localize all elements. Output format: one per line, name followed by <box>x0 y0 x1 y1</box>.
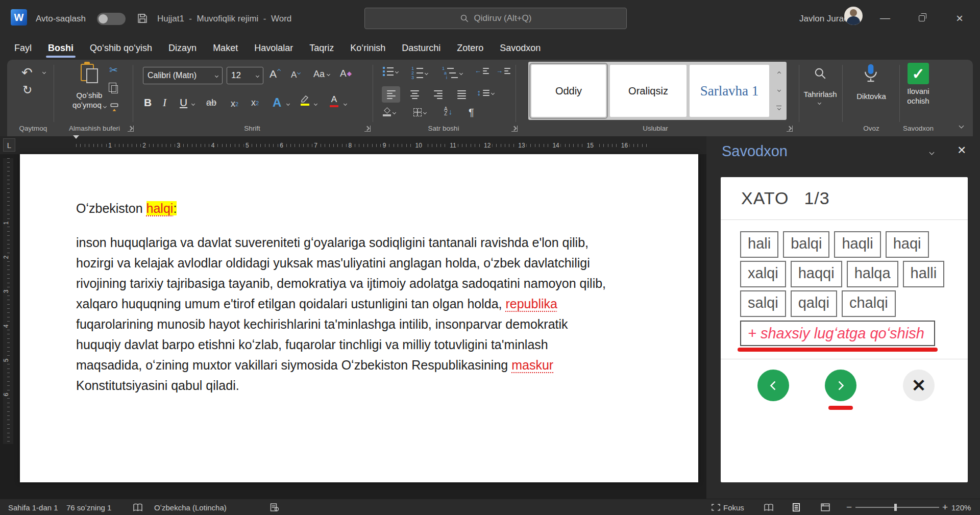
misspelled-word[interactable]: halqi <box>146 201 174 215</box>
increase-indent-button[interactable]: → <box>496 67 510 75</box>
save-icon[interactable] <box>137 13 148 24</box>
editing-label[interactable]: Tahrirlash <box>799 89 841 99</box>
tab-savodxon[interactable]: Savodxon <box>492 36 549 60</box>
numbering-button[interactable]: 123 <box>411 67 428 79</box>
close-button[interactable]: × <box>942 0 977 36</box>
gallery-more-icon[interactable] <box>776 106 781 110</box>
autosave-toggle[interactable] <box>97 13 126 25</box>
add-to-dictionary-button[interactable]: + shaxsiy lugʻatga qoʻshish <box>740 321 935 346</box>
misspelled-word[interactable]: : <box>173 201 177 215</box>
text-effects-button[interactable]: A <box>273 95 281 110</box>
multilevel-list-button[interactable]: 1ai <box>442 67 462 79</box>
next-error-button[interactable] <box>825 370 856 401</box>
minimize-button[interactable]: — <box>868 0 902 36</box>
open-app-button[interactable]: ✓ <box>908 63 929 84</box>
subscript-button[interactable]: x2 <box>231 99 238 109</box>
suggestion-chip-haqli[interactable]: haqli <box>834 231 880 258</box>
line-spacing-button[interactable]: ↕ <box>477 88 494 97</box>
font-size-select[interactable]: 12 <box>227 67 263 84</box>
document-page[interactable]: Oʻzbekiston halqi:inson huquqlariga va d… <box>20 154 698 482</box>
shading-button[interactable] <box>383 108 396 117</box>
tab-ko-rinish[interactable]: Koʻrinish <box>342 36 394 60</box>
styles-dialog-launcher[interactable] <box>787 126 793 132</box>
dismiss-button[interactable]: ✕ <box>903 370 935 401</box>
proofing-icon[interactable] <box>133 499 143 515</box>
tab-zotero[interactable]: Zotero <box>449 36 492 60</box>
misspelled-word[interactable]: republika <box>505 297 557 311</box>
format-painter-button[interactable] <box>109 103 119 113</box>
font-color-chevron-icon[interactable] <box>344 102 347 106</box>
text-effects-chevron-icon[interactable] <box>286 102 290 106</box>
tab-boshi[interactable]: Boshi <box>40 36 82 60</box>
bold-button[interactable]: B <box>144 96 152 109</box>
italic-button[interactable]: I <box>163 96 166 109</box>
dictate-button[interactable] <box>864 63 878 84</box>
word-logo-icon[interactable]: W <box>11 9 27 26</box>
font-name-select[interactable]: Calibri (Matn) <box>143 67 223 84</box>
language-indicator[interactable]: Oʻzbekcha (Lotincha) <box>154 499 227 515</box>
highlight-chevron-icon[interactable] <box>314 102 317 106</box>
editing-button[interactable] <box>814 67 827 80</box>
editor-status-icon[interactable] <box>270 499 279 515</box>
clipboard-dialog-launcher[interactable] <box>128 126 134 132</box>
clear-formatting-button[interactable]: A◆ <box>340 68 352 79</box>
suggestion-chip-halli[interactable]: halli <box>903 261 945 287</box>
user-avatar[interactable] <box>844 7 863 25</box>
highlight-color-button[interactable] <box>300 94 309 106</box>
zoom-slider-thumb[interactable] <box>894 504 897 511</box>
gallery-scroll-up-icon[interactable] <box>777 71 780 75</box>
decrease-indent-button[interactable]: ← <box>475 67 489 75</box>
open-app-label[interactable]: Ilovani ochish <box>897 86 939 106</box>
pane-options-chevron-icon[interactable] <box>929 150 935 155</box>
redo-button[interactable]: ↻ <box>22 83 32 97</box>
tab-maket[interactable]: Maket <box>205 36 246 60</box>
previous-error-button[interactable] <box>757 370 789 401</box>
undo-chevron-icon[interactable] <box>42 70 46 74</box>
suggestion-chip-chalqi[interactable]: chalqi <box>842 290 896 317</box>
suggestion-chip-halqa[interactable]: halqa <box>847 261 898 287</box>
document-text[interactable]: Oʻzbekiston halqi:inson huquqlariga va d… <box>76 198 678 396</box>
tab-qo-shib-qo-yish[interactable]: Qoʻshib qoʻyish <box>82 36 160 60</box>
collapse-ribbon-icon[interactable] <box>959 124 964 129</box>
style-sarlavha-1[interactable]: Sarlavha 1 <box>690 65 769 117</box>
pane-close-icon[interactable]: × <box>958 143 966 157</box>
suggestion-chip-salqi[interactable]: salqi <box>740 290 786 317</box>
print-layout-button[interactable] <box>792 499 800 515</box>
suggestion-chip-haqqi[interactable]: haqqi <box>791 261 842 287</box>
web-layout-button[interactable] <box>821 499 830 515</box>
zoom-out-button[interactable]: − <box>846 499 852 515</box>
change-case-button[interactable]: Aa <box>313 69 330 80</box>
focus-mode-button[interactable]: Fokus <box>712 499 744 515</box>
editing-chevron-icon[interactable] <box>818 101 821 105</box>
justify-button[interactable] <box>452 86 471 103</box>
horizontal-ruler[interactable]: 12345678910111213141516 <box>20 139 698 152</box>
vertical-ruler[interactable]: 123456 <box>3 158 13 444</box>
style-oddiy[interactable]: Oddiy <box>531 65 606 117</box>
cut-button[interactable]: ✂ <box>109 64 118 76</box>
gallery-scroll-down-icon[interactable] <box>777 88 780 92</box>
font-color-button[interactable]: A <box>330 94 338 107</box>
copy-button[interactable] <box>111 85 118 93</box>
suggestion-chip-balqi[interactable]: balqi <box>783 231 829 258</box>
undo-button[interactable]: ↶ <box>21 65 33 81</box>
suggestion-chip-hali[interactable]: hali <box>740 231 778 258</box>
tab-stop-selector[interactable]: L <box>3 138 15 152</box>
restore-button[interactable] <box>904 0 939 36</box>
zoom-slider-track[interactable] <box>855 507 939 508</box>
zoom-in-button[interactable]: + <box>942 499 948 515</box>
paragraph-dialog-launcher[interactable] <box>511 126 518 132</box>
word-count[interactable]: 76 soʻzning 1 <box>66 499 111 515</box>
suggestion-chip-haqi[interactable]: haqi <box>886 231 929 258</box>
sort-button[interactable]: AZ↓ <box>444 107 452 116</box>
search-box[interactable]: Qidiruv (Alt+Q) <box>364 8 627 29</box>
bullets-button[interactable] <box>383 67 398 76</box>
zoom-level[interactable]: 120% <box>951 499 971 515</box>
superscript-button[interactable]: x2 <box>251 97 259 108</box>
font-dialog-launcher[interactable] <box>364 126 371 132</box>
underline-button[interactable]: U <box>180 96 187 109</box>
suggestion-chip-xalqi[interactable]: xalqi <box>740 261 786 287</box>
shrink-font-button[interactable]: A <box>291 70 300 80</box>
tab-fayl[interactable]: Fayl <box>6 36 40 60</box>
paragraph-marks-button[interactable]: ¶ <box>469 107 474 118</box>
underline-chevron-icon[interactable] <box>191 102 195 106</box>
